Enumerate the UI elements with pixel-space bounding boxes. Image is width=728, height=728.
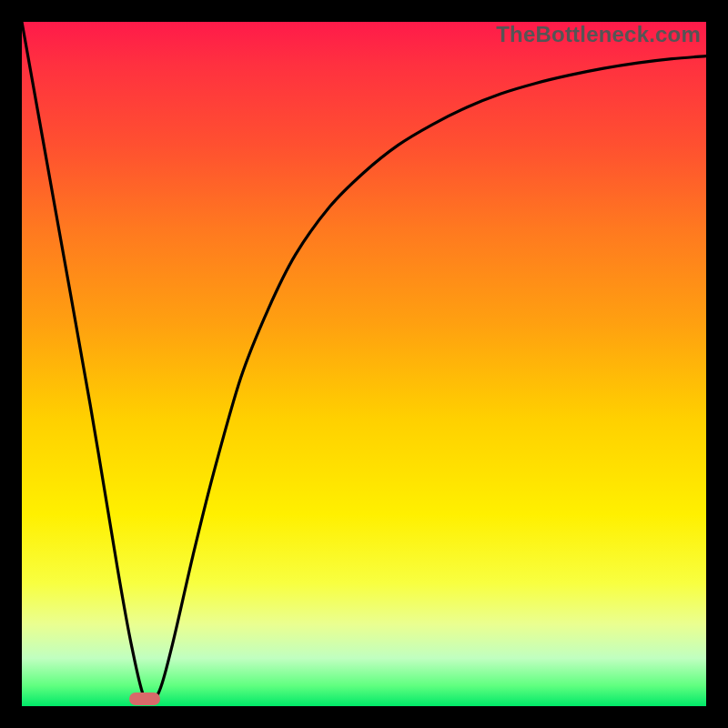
- curve-path: [22, 22, 706, 703]
- optimal-point-marker: [129, 693, 160, 705]
- chart-plot-area: TheBottleneck.com: [22, 22, 706, 706]
- bottleneck-curve: [22, 22, 706, 706]
